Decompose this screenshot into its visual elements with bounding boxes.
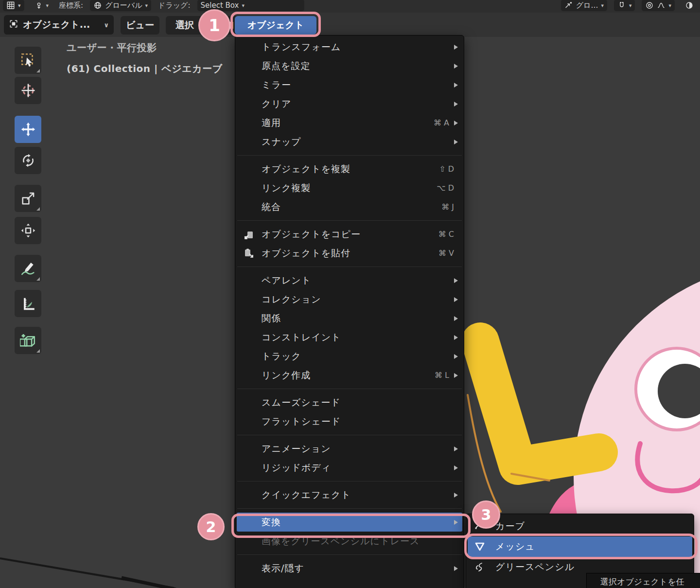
object-menu-item[interactable]: フラットシェード: [235, 412, 464, 431]
object-menu-item[interactable]: ペアレント: [235, 271, 464, 290]
menu-item-icon-slot: [243, 229, 262, 240]
menu-view[interactable]: ビュー: [121, 16, 159, 35]
topbar-control-label: グローバル: [105, 1, 142, 10]
object-menu-item[interactable]: アニメーション: [235, 439, 464, 458]
object-menu-item[interactable]: 適用⌘ A: [235, 113, 464, 132]
object-menu-item[interactable]: コンストレイント: [235, 328, 464, 347]
menu-item-label: リジッドボディ: [262, 462, 453, 474]
tooltip-text: 選択オブジェクトを任: [600, 576, 684, 588]
menu-item-shortcut: ⌘ A: [434, 118, 449, 127]
topbar-control[interactable]: ▾: [614, 0, 635, 11]
object-menu-item[interactable]: コレクション: [235, 290, 464, 309]
object-menu-item[interactable]: リンク複製⌥ D: [235, 178, 464, 197]
annotation-step-3: 3: [472, 500, 500, 529]
object-menu-item[interactable]: オブジェクトを複製⇧ D: [235, 160, 464, 178]
topbar-control-label: Select Box: [201, 1, 239, 10]
select-box-icon: [20, 52, 36, 69]
mode-dropdown[interactable]: オブジェクト... ∨: [4, 15, 114, 35]
object-menu-item[interactable]: オブジェクトをコピー⌘ C: [235, 225, 464, 244]
object-mode-icon: [9, 19, 18, 31]
object-menu-item[interactable]: スムーズシェード: [235, 393, 464, 412]
transform-icon: [20, 222, 36, 239]
object-menu-item[interactable]: リンク作成⌘ L: [235, 366, 464, 385]
viewport-header-top: ▾▾座標系:グローバル▾ドラッグ:Select Box▾ グロ…▾▾▾: [0, 0, 700, 13]
menu-item-label: 適用: [262, 117, 434, 129]
menu-item-label: リンク複製: [262, 182, 437, 195]
submenu-arrow-icon: [454, 373, 458, 378]
submenu-arrow-icon: [454, 566, 458, 571]
topbar-control[interactable]: グローバル▾: [90, 0, 151, 11]
object-menu-item[interactable]: 原点を設定: [235, 56, 464, 75]
menu-item-shortcut: ⇧ D: [439, 164, 454, 174]
object-menu-item[interactable]: 表示/隠す: [235, 559, 464, 578]
topbar-left-controls: ▾▾座標系:グローバル▾ドラッグ:Select Box▾: [3, 0, 304, 12]
menu-item-label: オブジェクトを貼付: [262, 247, 438, 260]
menu-item-shortcut: ⌘ J: [441, 202, 454, 212]
menu-item-label: トランスフォーム: [262, 41, 453, 53]
tool-cursor[interactable]: [15, 77, 41, 104]
menu-item-label: 表示/隠す: [262, 562, 453, 575]
paste-object-icon: [243, 248, 255, 259]
topbar-label: ドラッグ:: [158, 1, 190, 10]
submenu-arrow-icon: [454, 45, 458, 50]
topbar-control[interactable]: [682, 0, 697, 11]
object-menu-item[interactable]: トラック: [235, 347, 464, 366]
character-arm: [480, 341, 599, 466]
menu-item-label: リンク作成: [262, 369, 435, 382]
submenu-arrow-icon: [454, 121, 458, 125]
object-menu-item[interactable]: クイックエフェクト: [235, 485, 464, 504]
grid-icon: [6, 1, 15, 10]
tool-rotate[interactable]: [15, 147, 41, 174]
menu-item-label: コレクション: [262, 293, 453, 306]
menu-item-label: オブジェクトをコピー: [262, 228, 438, 241]
topbar-control[interactable]: ▾: [3, 0, 24, 11]
menu-item-label: コンストレイント: [262, 331, 453, 344]
submenu-arrow-icon: [454, 335, 458, 340]
object-menu-item[interactable]: オブジェクトを貼付⌘ V: [235, 244, 464, 263]
object-menu-item[interactable]: 統合⌘ J: [235, 197, 464, 216]
chevron-down-icon: ▾: [145, 2, 148, 9]
tool-add-cube[interactable]: [15, 327, 41, 354]
orientation-icon: [93, 1, 102, 10]
overlay-icon: [685, 1, 694, 10]
tool-transform[interactable]: [15, 217, 41, 244]
add-cube-icon: [20, 332, 36, 349]
magnet-icon: [617, 1, 626, 10]
menu-separator: [235, 216, 464, 225]
object-menu-panel: トランスフォーム原点を設定ミラークリア適用⌘ Aスナップオブジェクトを複製⇧ D…: [235, 35, 464, 588]
tool-move[interactable]: [15, 116, 41, 143]
object-menu-item[interactable]: クリア: [235, 94, 464, 113]
viewport-view-name: ユーザー・平行投影: [67, 41, 157, 54]
chevron-down-icon: ▾: [18, 2, 21, 9]
menu-item-label: 原点を設定: [262, 60, 453, 72]
tool-tweak-select[interactable]: [15, 47, 41, 74]
object-menu-item[interactable]: スナップ: [235, 132, 464, 151]
viewport-header-menubar: オブジェクト... ∨ ビュー 選択 追加 オブジェクト: [0, 13, 700, 37]
object-menu-item[interactable]: 関係: [235, 309, 464, 328]
tool-scale[interactable]: [15, 185, 41, 212]
object-menu-item[interactable]: トランスフォーム: [235, 37, 464, 56]
annotation-box-convert: [231, 514, 471, 538]
annotate-icon: [20, 260, 36, 277]
scale-icon: [20, 190, 36, 207]
floor-line-2: [122, 578, 176, 588]
submenu-arrow-icon: [454, 297, 458, 302]
chevron-down-icon: ∨: [104, 21, 109, 29]
viewport-active-object: (61) Collection | ベジエカーブ: [67, 62, 223, 75]
topbar-control[interactable]: ▾: [642, 0, 675, 11]
object-menu-item[interactable]: ミラー: [235, 75, 464, 94]
menu-separator: [235, 504, 464, 513]
tool-measure[interactable]: [15, 290, 41, 317]
menu-item-label: 統合: [262, 201, 441, 214]
object-menu-item[interactable]: リジッドボディ: [235, 458, 464, 477]
gizmo-icon: [35, 1, 43, 10]
topbar-control[interactable]: ▾: [31, 0, 52, 11]
topbar-control[interactable]: グロ…▾: [561, 0, 607, 11]
falloff-icon: [657, 1, 665, 10]
menu-item-label: スムーズシェード: [262, 396, 458, 409]
submenu-arrow-icon: [454, 465, 458, 470]
menu-item-label: クイックエフェクト: [262, 489, 453, 501]
submenu-arrow-icon: [454, 446, 458, 451]
tool-annotate[interactable]: [15, 255, 41, 282]
measure-icon: [20, 295, 36, 312]
